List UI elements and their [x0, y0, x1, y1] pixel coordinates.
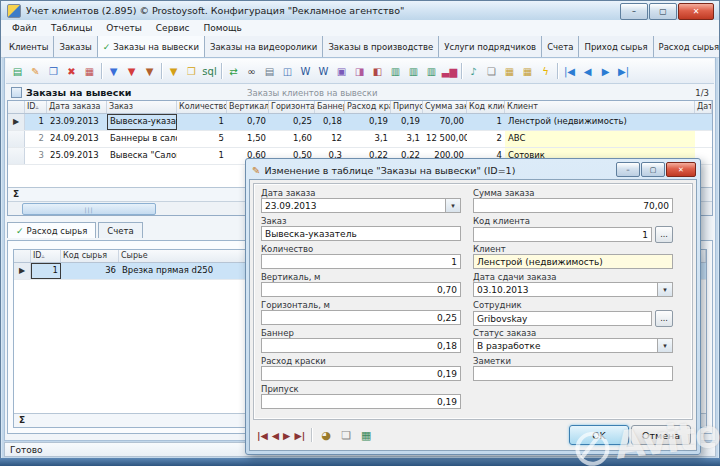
column-header[interactable]: Заказ — [107, 101, 177, 113]
globe-icon[interactable]: ◕ — [318, 427, 334, 443]
order-field[interactable]: Вывеска-указатель — [261, 226, 461, 241]
column-header[interactable]: Код сырья — [61, 250, 119, 262]
close-button[interactable]: ✕ — [678, 3, 714, 20]
column-header[interactable]: ID▵ — [25, 101, 47, 113]
menu-tables[interactable]: Таблицы — [44, 23, 99, 33]
sql-icon[interactable]: sql — [201, 62, 218, 80]
nav-first-icon[interactable]: |◀ — [561, 62, 578, 80]
client-field[interactable]: Ленстрой (недвижимость) — [473, 254, 673, 269]
dialog-maximize-button[interactable]: ▢ — [641, 162, 665, 177]
export-word-icon[interactable]: W — [297, 62, 314, 80]
order-sum-field[interactable]: 70,00 — [473, 198, 673, 213]
minimize-button[interactable]: – — [620, 3, 648, 20]
column-header[interactable]: ID▵ — [31, 250, 61, 262]
quantity-field[interactable]: 1 — [261, 254, 461, 269]
column-header[interactable]: Клиент — [505, 101, 695, 113]
search-icon[interactable]: ∞ — [243, 62, 260, 80]
tab-production-orders[interactable]: Заказы в производстве — [323, 36, 439, 57]
menu-service[interactable]: Сервис — [149, 23, 197, 33]
filter-selection-icon[interactable]: ▼ — [141, 62, 158, 80]
notes-field[interactable] — [473, 366, 673, 381]
export-excel-icon[interactable]: ▥ — [387, 62, 404, 80]
tab-sign-orders[interactable]: ✓Заказы на вывески — [98, 36, 205, 57]
nav-prev-icon[interactable]: ◀ — [579, 62, 596, 80]
attachment-icon[interactable]: ❏ — [483, 62, 500, 80]
order-status-dropdown-icon[interactable]: ▾ — [657, 339, 672, 352]
column-header[interactable]: Код клиента — [467, 101, 505, 113]
record-prev-icon[interactable]: ◀ — [272, 430, 279, 441]
nav-next-icon[interactable]: ▶ — [597, 62, 614, 80]
subtab-invoices[interactable]: Счета — [98, 222, 142, 238]
chart-icon[interactable]: ▃▆ — [441, 62, 458, 80]
due-date-field[interactable]: 03.10.2013▾ — [473, 282, 673, 297]
edit-record-icon[interactable]: ✎ — [27, 62, 44, 80]
image-icon[interactable]: ▦ — [358, 427, 374, 443]
column-header[interactable]: Расход краски — [345, 101, 391, 113]
table-row[interactable]: ▶123.09.2013Вывеска-указатель10,700,250,… — [8, 114, 712, 131]
ok-button[interactable]: OK — [569, 425, 629, 445]
export-table-icon[interactable]: ▥ — [423, 62, 440, 80]
export-writer-icon[interactable]: ▣ — [333, 62, 350, 80]
column-header[interactable]: Дат — [695, 101, 712, 113]
tab-contractor-services[interactable]: Услуги подрядчиков — [439, 36, 542, 57]
record-last-icon[interactable]: ▶| — [294, 430, 305, 441]
template-icon[interactable]: ▦ — [501, 62, 518, 80]
tab-orders[interactable]: Заказы — [54, 36, 97, 57]
action-icon[interactable]: ϟ — [537, 62, 554, 80]
column-header[interactable]: Припуск — [391, 101, 423, 113]
cancel-button[interactable]: Отмена — [631, 425, 691, 445]
column-header[interactable]: Дата заказа — [47, 101, 107, 113]
template-edit-icon[interactable]: ▦ — [519, 62, 536, 80]
order-status-field[interactable]: В разработке▾ — [473, 338, 673, 353]
notes-icon[interactable]: ♪ — [465, 62, 482, 80]
tab-clients[interactable]: Клиенты — [4, 36, 54, 57]
tab-supply-out[interactable]: Расход сырья — [654, 36, 720, 57]
preview-icon[interactable]: ◫ — [279, 62, 296, 80]
menu-help[interactable]: Помощь — [196, 23, 248, 33]
allowance-field[interactable]: 0,19 — [261, 394, 461, 409]
column-header[interactable]: Баннер — [315, 101, 345, 113]
client-code-field[interactable]: 1 — [473, 227, 652, 242]
refresh-icon[interactable]: ⇄ — [225, 62, 242, 80]
form-icon[interactable]: ❏ — [338, 427, 354, 443]
maximize-button[interactable]: ▢ — [649, 3, 677, 20]
menu-file[interactable]: Файл — [5, 23, 44, 33]
horizontal-m-field[interactable]: 0,25 — [261, 310, 461, 325]
export-calc-icon[interactable]: ▥ — [405, 62, 422, 80]
tab-video-orders[interactable]: Заказы на видеоролики — [205, 36, 323, 57]
delete-from-table-icon[interactable]: ▦ — [81, 62, 98, 80]
menu-reports[interactable]: Отчеты — [99, 23, 149, 33]
order-date-field[interactable]: 23.09.2013▾ — [261, 198, 461, 213]
filter-saved-icon[interactable]: ▼ — [165, 62, 182, 80]
due-date-dropdown-icon[interactable]: ▾ — [657, 283, 672, 296]
tab-invoices[interactable]: Счета — [542, 36, 579, 57]
client-code-browse-button[interactable]: ... — [655, 226, 673, 243]
tab-supply-in[interactable]: Приход сырья — [579, 36, 653, 57]
filter-folder-icon[interactable]: ❒ — [183, 62, 200, 80]
export-report-icon[interactable]: ◧ — [369, 62, 386, 80]
delete-record-icon[interactable]: ✖ — [63, 62, 80, 80]
print-icon[interactable]: ▤ — [261, 62, 278, 80]
banner-field[interactable]: 0,18 — [261, 338, 461, 353]
dialog-minimize-button[interactable]: – — [616, 162, 640, 177]
filter-icon[interactable]: ▼ — [105, 62, 122, 80]
dialog-close-button[interactable]: ✕ — [666, 162, 696, 177]
export-form-icon[interactable]: ◨ — [351, 62, 368, 80]
column-header[interactable]: Сумма заказа — [423, 101, 467, 113]
paint-usage-field[interactable]: 0,19 — [261, 366, 461, 381]
order-date-dropdown-icon[interactable]: ▾ — [445, 199, 460, 212]
vertical-m-field[interactable]: 0,70 — [261, 282, 461, 297]
employee-browse-button[interactable]: ... — [655, 310, 673, 327]
column-header[interactable]: Горизонталь, м — [269, 101, 315, 113]
record-first-icon[interactable]: |◀ — [257, 430, 268, 441]
filter-clear-icon[interactable]: ▼ — [123, 62, 140, 80]
scrollbar-thumb[interactable]: ||| — [22, 203, 156, 215]
column-header[interactable]: Количество — [177, 101, 227, 113]
copy-record-icon[interactable]: ❐ — [45, 62, 62, 80]
export-word-template-icon[interactable]: W — [315, 62, 332, 80]
column-header[interactable]: Вертикаль, м — [227, 101, 269, 113]
table-row[interactable]: 224.09.2013Баннеры в салон51,501,60123,1… — [8, 131, 712, 148]
employee-field[interactable]: Gribovskay — [473, 311, 652, 326]
new-record-icon[interactable]: ▤ — [9, 62, 26, 80]
subtab-supply-out[interactable]: ✓Расход сырья — [7, 222, 96, 238]
